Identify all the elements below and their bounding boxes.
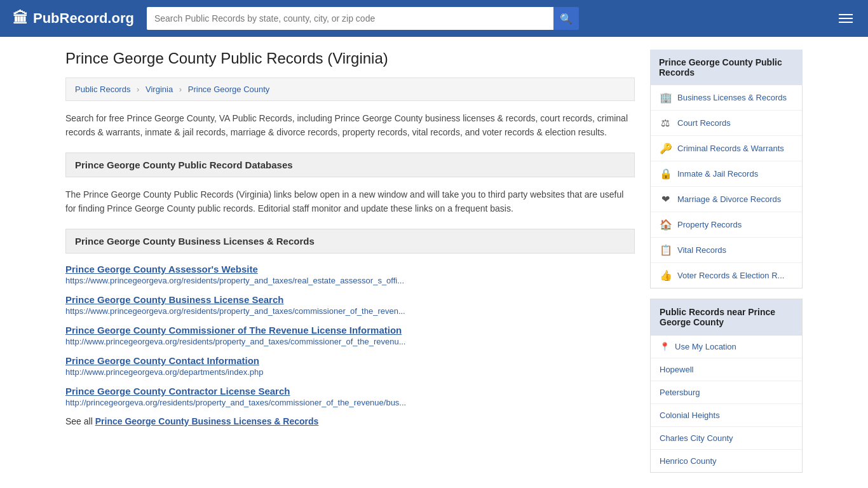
- link-title-2[interactable]: Prince George County Commissioner of The…: [65, 325, 635, 336]
- link-url-0[interactable]: https://www.princegeorgeva.org/residents…: [65, 276, 635, 285]
- sidebar-nav: 🏢 Business Licenses & Records ⚖ Court Re…: [650, 85, 803, 288]
- nearby-item-henrico[interactable]: Henrico County: [651, 450, 802, 472]
- business-section-header: Prince George County Business Licenses &…: [65, 229, 635, 254]
- list-item: Prince George County Contact Information…: [65, 355, 635, 377]
- search-bar-container: 🔍: [147, 7, 579, 30]
- sidebar-item-property[interactable]: 🏠 Property Records: [651, 212, 802, 238]
- search-icon: 🔍: [560, 13, 573, 25]
- logo[interactable]: 🏛 PubRecord.org: [13, 10, 134, 27]
- see-all-text: See all: [65, 416, 95, 426]
- sidebar-item-label: Business Licenses & Records: [677, 93, 787, 102]
- vote-icon: 👍: [660, 269, 671, 281]
- logo-text: PubRecord.org: [33, 10, 134, 27]
- list-item: Prince George County Business License Se…: [65, 294, 635, 316]
- link-title-3[interactable]: Prince George County Contact Information: [65, 355, 635, 366]
- location-pin-icon: 📍: [660, 342, 670, 351]
- lock-icon: 🔒: [660, 168, 671, 180]
- list-item: Prince George County Commissioner of The…: [65, 325, 635, 346]
- heart-icon: ❤: [660, 193, 671, 205]
- link-title-0[interactable]: Prince George County Assessor's Website: [65, 264, 635, 274]
- link-title-1[interactable]: Prince George County Business License Se…: [65, 294, 635, 305]
- key-icon: 🔑: [660, 142, 671, 154]
- breadcrumb-public-records[interactable]: Public Records: [75, 85, 130, 94]
- see-all: See all Prince George County Business Li…: [65, 416, 635, 426]
- list-item: Prince George County Contractor License …: [65, 386, 635, 407]
- databases-section-header: Prince George County Public Record Datab…: [65, 152, 635, 177]
- sidebar-item-business[interactable]: 🏢 Business Licenses & Records: [651, 85, 802, 111]
- sidebar-item-label: Criminal Records & Warrants: [677, 144, 784, 153]
- search-button[interactable]: 🔍: [553, 7, 579, 30]
- menu-button[interactable]: [836, 11, 855, 25]
- sidebar-item-marriage[interactable]: ❤ Marriage & Divorce Records: [651, 187, 802, 212]
- list-item: Prince George County Assessor's Website …: [65, 264, 635, 285]
- link-title-4[interactable]: Prince George County Contractor License …: [65, 386, 635, 396]
- hamburger-line: [839, 22, 853, 23]
- sidebar-item-court[interactable]: ⚖ Court Records: [651, 111, 802, 136]
- link-url-2[interactable]: http://www.princegeorgeva.org/residents/…: [65, 337, 635, 346]
- breadcrumb-sep-1: ›: [137, 85, 139, 94]
- sidebar-item-label: Court Records: [677, 118, 731, 128]
- logo-icon: 🏛: [13, 10, 28, 27]
- link-url-3[interactable]: http://www.princegeorgeva.org/department…: [65, 367, 635, 377]
- nearby-item-charles-city[interactable]: Charles City County: [651, 427, 802, 450]
- sidebar-section-header: Prince George County Public Records: [650, 50, 803, 85]
- breadcrumb: Public Records › Virginia › Prince Georg…: [65, 78, 635, 101]
- sidebar-item-inmate[interactable]: 🔒 Inmate & Jail Records: [651, 161, 802, 187]
- nearby-nav: 📍 Use My Location Hopewell Petersburg Co…: [650, 336, 803, 473]
- nearby-item-hopewell[interactable]: Hopewell: [651, 358, 802, 381]
- sidebar-item-label: Property Records: [677, 220, 742, 229]
- sidebar-item-vital[interactable]: 📋 Vital Records: [651, 238, 802, 263]
- link-url-1[interactable]: https://www.princegeorgeva.org/residents…: [65, 306, 635, 316]
- main-container: Prince George County Public Records (Vir…: [53, 37, 815, 485]
- building-icon: 🏢: [660, 92, 671, 104]
- sidebar-item-criminal[interactable]: 🔑 Criminal Records & Warrants: [651, 136, 802, 161]
- nearby-item-colonial-heights[interactable]: Colonial Heights: [651, 404, 802, 427]
- page-description: Search for free Prince George County, VA…: [65, 111, 635, 140]
- content-area: Prince George County Public Records (Vir…: [65, 50, 635, 473]
- search-input[interactable]: [147, 7, 553, 30]
- use-location-button[interactable]: 📍 Use My Location: [651, 336, 802, 358]
- sidebar-item-label: Vital Records: [677, 245, 726, 255]
- breadcrumb-county[interactable]: Prince George County: [188, 85, 270, 94]
- nearby-section-header: Public Records near Prince George County: [650, 299, 803, 336]
- court-icon: ⚖: [660, 117, 671, 129]
- hamburger-line: [839, 18, 853, 19]
- sidebar: Prince George County Public Records 🏢 Bu…: [650, 50, 803, 473]
- links-list: Prince George County Assessor's Website …: [65, 264, 635, 407]
- home-icon: 🏠: [660, 219, 671, 231]
- sidebar-item-label: Inmate & Jail Records: [677, 169, 758, 179]
- clipboard-icon: 📋: [660, 244, 671, 256]
- breadcrumb-sep-2: ›: [179, 85, 182, 94]
- hamburger-line: [839, 14, 853, 15]
- sidebar-item-label: Voter Records & Election R...: [677, 271, 784, 280]
- see-all-link[interactable]: Prince George County Business Licenses &…: [95, 416, 319, 426]
- sidebar-item-voter[interactable]: 👍 Voter Records & Election R...: [651, 263, 802, 288]
- nearby-item-petersburg[interactable]: Petersburg: [651, 381, 802, 404]
- header: 🏛 PubRecord.org 🔍: [0, 0, 868, 37]
- databases-description: The Prince George County Public Records …: [65, 187, 635, 216]
- page-title: Prince George County Public Records (Vir…: [65, 50, 635, 67]
- sidebar-item-label: Marriage & Divorce Records: [677, 194, 781, 204]
- breadcrumb-virginia[interactable]: Virginia: [146, 85, 173, 94]
- link-url-4[interactable]: http://princegeorgeva.org/residents/prop…: [65, 398, 635, 407]
- use-location-label: Use My Location: [675, 342, 736, 351]
